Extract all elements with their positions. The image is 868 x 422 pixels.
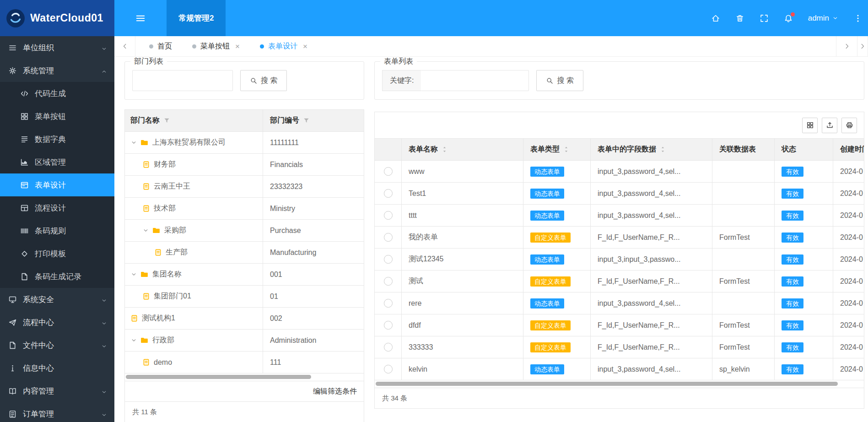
tab-item[interactable]: 菜单按钮× (182, 36, 250, 56)
top-nav-item[interactable]: 常规管理2 (167, 0, 226, 36)
edit-filter-link[interactable]: 编辑筛选条件 (313, 387, 357, 396)
sidebar-item-label: 系统管理 (23, 65, 54, 76)
export-icon (826, 121, 834, 129)
sidebar-item[interactable]: 表单设计 (0, 173, 114, 196)
process-icon (8, 318, 17, 327)
export-button[interactable] (822, 118, 837, 133)
tab-scroll-right-button[interactable] (836, 36, 857, 56)
dept-row[interactable]: 云南王中王23332323 (125, 176, 364, 198)
row-radio[interactable] (384, 343, 393, 352)
status-badge: 有效 (782, 298, 803, 308)
form-row[interactable]: 测试自定义表单F_Id,F_UserName,F_R...FormTest有效2… (375, 271, 864, 292)
form-row[interactable]: Test1动态表单input_3,password_4,sel...有效2024… (375, 183, 864, 205)
caret-down-icon[interactable] (130, 271, 137, 278)
row-radio[interactable] (384, 321, 393, 330)
dept-hscrollbar-thumb[interactable] (126, 375, 311, 379)
tab-overflow-button[interactable] (857, 36, 868, 56)
dept-row[interactable]: 集团部门0101 (125, 286, 364, 308)
sidebar-item[interactable]: 信息中心 (0, 357, 114, 379)
row-radio[interactable] (384, 365, 393, 373)
tab-scroll-left-button[interactable] (114, 36, 135, 56)
form-row[interactable]: www动态表单input_3,password_4,sel...有效2024-0 (375, 161, 864, 183)
form-row[interactable]: 测试12345动态表单input_3,input_3,passwo...有效20… (375, 249, 864, 271)
form-table-body: www动态表单input_3,password_4,sel...有效2024-0… (375, 161, 864, 380)
user-menu[interactable]: admin (808, 14, 838, 23)
sidebar-item[interactable]: 文件中心 (0, 334, 114, 357)
dept-row[interactable]: demo111 (125, 352, 364, 373)
dept-row[interactable]: 测试机构1002 (125, 308, 364, 330)
row-radio[interactable] (384, 233, 393, 242)
more-icon[interactable] (853, 14, 863, 23)
main-content: 部门列表 搜 索 部门名称 部门编号 上海东鞋贸易有限公司1 (114, 57, 868, 422)
sidebar-item[interactable]: 内容管理 (0, 379, 114, 402)
form-row[interactable]: rere动态表单input_3,password_4,sel...有效2024-… (375, 292, 864, 314)
home-icon[interactable] (711, 14, 720, 23)
bell-icon[interactable] (784, 14, 793, 23)
sidebar-item[interactable]: 代码生成 (0, 82, 114, 105)
tab-close-icon[interactable]: × (235, 43, 240, 50)
form-row[interactable]: dfdf自定义表单F_Id,F_UserName,F_R...FormTest有… (375, 314, 864, 336)
form-row[interactable]: 我的表单自定义表单F_Id,F_UserName,F_R...FormTest有… (375, 227, 864, 249)
sidebar-item[interactable]: 流程中心 (0, 311, 114, 334)
dept-search-input[interactable] (132, 70, 233, 91)
caret-down-icon[interactable] (142, 227, 149, 234)
row-radio[interactable] (384, 189, 393, 198)
sidebar-item[interactable]: 打印模板 (0, 242, 114, 265)
keyword-input[interactable] (421, 70, 529, 91)
sidebar-item[interactable]: 条码规则 (0, 219, 114, 242)
form-table-card: 表单名称表单类型表单中的字段数据关联数据表状态创建时间 www动态表单input… (374, 112, 864, 409)
app-logo (6, 9, 25, 28)
sidebar-item[interactable]: 订单管理 (0, 402, 114, 422)
folder-icon (152, 226, 161, 235)
form-search-button[interactable]: 搜 索 (536, 70, 583, 91)
dept-row[interactable]: 财务部Financials (125, 154, 364, 176)
form-row[interactable]: 333333自定义表单F_Id,F_UserName,F_R...FormTes… (375, 336, 864, 358)
sidebar-collapse-button[interactable] (114, 0, 167, 36)
sidebar-item[interactable]: 系统管理 (0, 59, 114, 82)
sidebar-item[interactable]: 区域管理 (0, 151, 114, 173)
dept-row[interactable]: 技术部Ministry (125, 198, 364, 220)
dept-row[interactable]: 采购部Purchase (125, 220, 364, 242)
dept-name: 行政部 (152, 335, 174, 345)
filter-icon[interactable] (303, 117, 310, 124)
fullscreen-icon[interactable] (760, 14, 769, 23)
form-col-label: 创建时间 (840, 145, 864, 154)
sidebar-item[interactable]: 菜单按钮 (0, 105, 114, 128)
caret-down-icon[interactable] (130, 139, 137, 146)
form-col-label: 表单类型 (530, 145, 560, 154)
sidebar-item[interactable]: 系统安全 (0, 288, 114, 311)
form-col-label: 表单名称 (409, 145, 438, 154)
sort-icon[interactable] (441, 146, 448, 153)
row-radio[interactable] (384, 167, 393, 176)
dept-row[interactable]: 集团名称001 (125, 264, 364, 286)
sidebar-item-label: 内容管理 (23, 386, 54, 396)
row-radio[interactable] (384, 299, 393, 308)
filter-icon[interactable] (163, 117, 170, 124)
dept-row[interactable]: 上海东鞋贸易有限公司11111111 (125, 132, 364, 154)
print-button[interactable] (841, 118, 857, 133)
tab-item[interactable]: 表单设计× (250, 36, 318, 56)
sidebar-item[interactable]: 流程设计 (0, 196, 114, 219)
caret-down-icon[interactable] (130, 337, 137, 344)
row-radio[interactable] (384, 277, 393, 286)
form-row[interactable]: tttt动态表单input_3,password_4,sel...有效2024-… (375, 205, 864, 227)
row-radio[interactable] (384, 255, 393, 264)
form-name: www (409, 168, 425, 176)
row-radio[interactable] (384, 211, 393, 220)
form-hscrollbar-thumb[interactable] (376, 382, 838, 386)
sidebar-item[interactable]: 数据字典 (0, 128, 114, 151)
columns-button[interactable] (802, 118, 818, 133)
trash-icon[interactable] (735, 14, 744, 23)
dept-row[interactable]: 行政部Administration (125, 330, 364, 352)
sort-icon[interactable] (563, 146, 570, 153)
form-row[interactable]: kelvin动态表单input_3,password_4,sel...sp_ke… (375, 358, 864, 380)
sidebar-item[interactable]: 条码生成记录 (0, 265, 114, 288)
form-created: 2024-0 (840, 321, 863, 330)
tab-item[interactable]: 首页 (139, 36, 182, 56)
sidebar-item[interactable]: 单位组织 (0, 36, 114, 59)
tab-close-icon[interactable]: × (303, 43, 307, 50)
dept-row[interactable]: 生产部Manufacturing (125, 242, 364, 264)
dept-search-button[interactable]: 搜 索 (240, 70, 287, 91)
app-logo-area[interactable]: WaterCloud01 (0, 0, 114, 36)
sort-icon[interactable] (659, 146, 666, 153)
